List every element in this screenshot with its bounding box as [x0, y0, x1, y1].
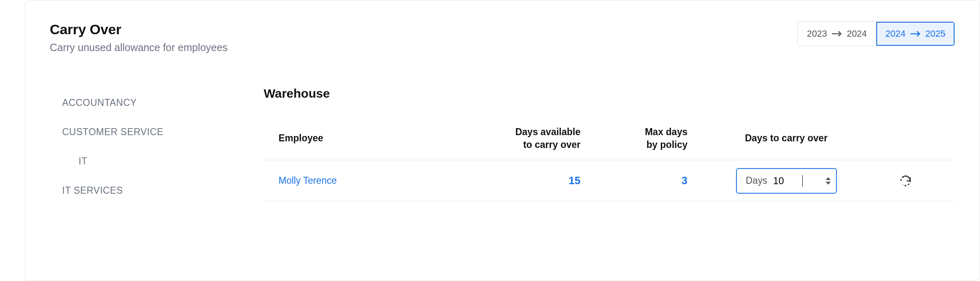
sidebar-item-it[interactable]: IT — [50, 147, 251, 176]
col-employee: Employee — [264, 132, 478, 145]
col-days-available-l2: to carry over — [478, 138, 581, 151]
quantity-stepper[interactable] — [824, 173, 833, 189]
year-to: 2024 — [847, 28, 867, 39]
year-from: 2023 — [807, 28, 827, 39]
year-tab-2024-2025[interactable]: 2024 2025 — [876, 22, 954, 46]
sidebar: ACCOUNTANCY CUSTOMER SERVICE IT IT SERVI… — [50, 87, 251, 205]
sidebar-item-customer-service[interactable]: CUSTOMER SERVICE — [50, 117, 251, 147]
col-days-to-carry: Days to carry over — [692, 132, 881, 145]
main-panel: Warehouse Employee Days available to car… — [251, 87, 955, 205]
year-tabs: 2023 2024 2024 2025 — [797, 21, 955, 46]
days-to-carry-label: Days — [746, 175, 767, 186]
year-from: 2024 — [885, 28, 906, 39]
page-subtitle: Carry unused allowance for employees — [50, 42, 228, 54]
col-max-policy-l1: Max days — [585, 126, 687, 138]
max-days-policy-value: 3 — [682, 174, 687, 187]
days-to-carry-input[interactable] — [773, 175, 798, 187]
carry-over-card: Carry Over Carry unused allowance for em… — [25, 0, 980, 281]
sidebar-item-accountancy[interactable]: ACCOUNTANCY — [50, 88, 251, 117]
text-caret — [802, 175, 803, 187]
title-block: Carry Over Carry unused allowance for em… — [50, 21, 228, 54]
col-max-policy-l2: by policy — [585, 138, 687, 151]
col-max-policy: Max days by policy — [585, 126, 692, 151]
carry-over-table: Employee Days available to carry over Ma… — [264, 117, 955, 201]
col-days-available-l1: Days available — [478, 126, 581, 138]
page-title: Carry Over — [50, 21, 228, 37]
arrow-right-icon — [831, 30, 843, 37]
content-row: ACCOUNTANCY CUSTOMER SERVICE IT IT SERVI… — [50, 87, 955, 205]
col-days-available: Days available to carry over — [478, 126, 585, 151]
table-row: Molly Terence 15 3 Days — [264, 160, 955, 201]
days-available-value: 15 — [569, 174, 581, 187]
year-tab-2023-2024[interactable]: 2023 2024 — [798, 22, 876, 46]
employee-link[interactable]: Molly Terence — [279, 175, 337, 186]
days-to-carry-input-wrapper[interactable]: Days — [736, 168, 837, 194]
sidebar-item-it-services[interactable]: IT SERVICES — [50, 176, 251, 205]
arrow-right-icon — [910, 30, 921, 37]
year-to: 2025 — [925, 28, 945, 39]
step-up-icon[interactable] — [826, 177, 831, 180]
header-row: Carry Over Carry unused allowance for em… — [50, 21, 955, 54]
step-down-icon[interactable] — [826, 182, 831, 185]
refresh-icon[interactable] — [899, 174, 913, 188]
section-title: Warehouse — [264, 87, 955, 101]
table-header: Employee Days available to carry over Ma… — [264, 117, 955, 160]
